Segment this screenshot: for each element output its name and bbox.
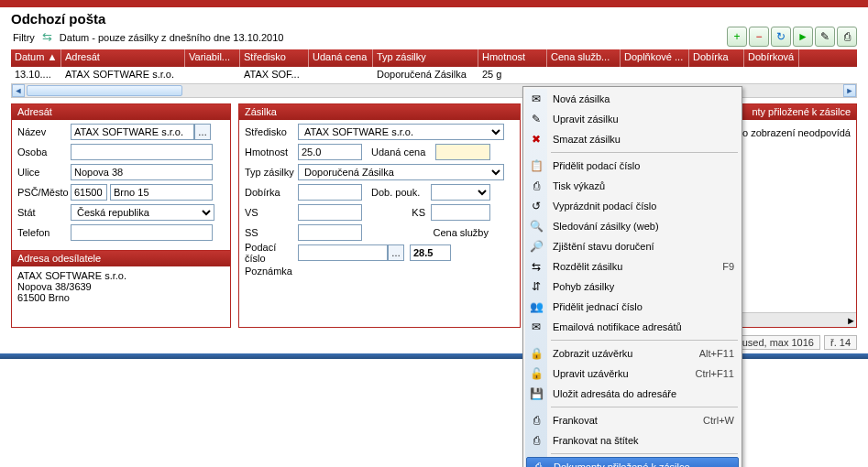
menu-item[interactable]: ✉Nová zásilka xyxy=(525,89,740,109)
scroll-right-icon[interactable]: ► xyxy=(843,84,856,97)
panel-zasilka: Zásilka Středisko ATAX SOFTWARE s.r.o. H… xyxy=(238,103,521,328)
menu-item-icon: ✉ xyxy=(529,320,544,333)
column-header[interactable]: Dobírková xyxy=(744,49,799,67)
menu-item-icon: ↺ xyxy=(529,200,544,212)
podaci2-field[interactable] xyxy=(410,244,451,261)
table-cell xyxy=(185,67,240,83)
scroll-right-icon[interactable]: ► xyxy=(846,315,856,326)
filter-row: Filtry ⇆ Datum - pouze zásilky z dnešníh… xyxy=(0,28,868,49)
filter-icon[interactable]: ⇆ xyxy=(42,30,52,44)
menu-item[interactable]: ⇆Rozdělit zásilkuF9 xyxy=(525,256,740,277)
menu-item-label: Přidělit jednací číslo xyxy=(553,301,734,312)
panel-sender-title: Adresa odesílatele xyxy=(12,251,230,266)
preview-tab-label: nty přiložené k zásilce xyxy=(752,106,851,118)
psc-field[interactable] xyxy=(71,184,107,201)
menu-item-icon: ⇆ xyxy=(529,260,544,273)
menu-item[interactable]: 🔎Zjištění stavu doručení xyxy=(525,236,740,256)
podaci-lookup-button[interactable]: … xyxy=(388,244,404,261)
column-header[interactable]: Datum ▲ xyxy=(11,49,61,67)
toolbar-refresh-button[interactable]: ↻ xyxy=(771,27,791,47)
filter-text: Datum - pouze zásilky z dnešního dne 13.… xyxy=(60,32,284,43)
menu-item[interactable]: ⎙Dokumenty přiložené k zásilce xyxy=(526,457,739,467)
menu-item[interactable]: ⎙Frankovat na štítek xyxy=(525,430,740,451)
menu-item[interactable]: ⎙Tisk výkazů xyxy=(525,176,740,196)
menu-item-icon: ⎙ xyxy=(529,179,544,192)
menu-item[interactable]: 🔍Sledování zásilky (web) xyxy=(525,216,740,236)
menu-item-icon: ⎙ xyxy=(529,414,544,427)
nazev-field[interactable] xyxy=(71,124,194,140)
table-cell: 25 g xyxy=(478,67,547,83)
column-header[interactable]: Středisko xyxy=(240,49,309,67)
udana-label: Udaná cena xyxy=(371,147,435,157)
menu-item-label: Sledování zásilky (web) xyxy=(553,221,734,232)
menu-item[interactable]: 🔓Upravit uzávěrkuCtrl+F11 xyxy=(525,364,740,384)
column-header[interactable]: Doplňkové ... xyxy=(621,49,689,67)
mesto-field[interactable] xyxy=(110,184,213,201)
status-rows: ř. 14 xyxy=(824,335,857,350)
menu-item-icon: ⎙ xyxy=(529,434,544,447)
menu-item-shortcut: Ctrl+F11 xyxy=(696,368,735,379)
ss-field[interactable] xyxy=(298,224,362,241)
podaci-field[interactable] xyxy=(298,244,388,261)
ks-field[interactable] xyxy=(431,204,490,221)
menu-item-icon: 🔓 xyxy=(529,367,544,380)
menu-item-icon: ⎙ xyxy=(531,461,545,467)
filter-label: Filtry xyxy=(13,32,35,43)
column-header[interactable]: Dobírka xyxy=(689,49,744,67)
menu-item[interactable]: ✎Upravit zásilku xyxy=(525,109,740,129)
menu-item-label: Frankovat xyxy=(553,415,703,426)
context-menu[interactable]: ✉Nová zásilka✎Upravit zásilku✖Smazat zás… xyxy=(522,86,742,467)
podaci-label: Podací číslo xyxy=(243,242,298,264)
scroll-thumb[interactable] xyxy=(27,85,182,96)
menu-item[interactable]: 📋Přidělit podací číslo xyxy=(525,156,740,176)
ulice-field[interactable] xyxy=(71,164,213,180)
vs-field[interactable] xyxy=(298,204,362,221)
nazev-label: Název xyxy=(16,126,71,137)
menu-item-icon: 🔒 xyxy=(529,347,544,360)
toolbar-misc2-button[interactable]: ⎙ xyxy=(837,27,857,47)
menu-item-icon: ✎ xyxy=(529,113,544,125)
dobirka-field[interactable] xyxy=(298,184,362,201)
ulice-label: Ulice xyxy=(16,167,71,178)
column-header[interactable]: Udaná cena xyxy=(309,49,373,67)
menu-item[interactable]: 👥Přidělit jednací číslo xyxy=(525,297,740,317)
menu-item[interactable]: 💾Uložit adresáta do adresáře xyxy=(525,384,740,404)
menu-item-shortcut: Ctrl+W xyxy=(703,415,734,426)
menu-item[interactable]: ✖Smazat zásilku xyxy=(525,129,740,149)
menu-item-shortcut: F9 xyxy=(722,261,734,272)
udana-field[interactable] xyxy=(435,144,490,160)
nazev-lookup-button[interactable]: … xyxy=(194,124,211,140)
table-cell xyxy=(621,67,689,83)
column-header[interactable]: Typ zásilky xyxy=(373,49,478,67)
toolbar-add-button[interactable]: + xyxy=(727,27,747,47)
column-header[interactable]: Cena služb... xyxy=(547,49,621,67)
toolbar-misc1-button[interactable]: ✎ xyxy=(815,27,835,47)
menu-item[interactable]: 🔒Zobrazit uzávěrkuAlt+F11 xyxy=(525,343,740,364)
dobirka-label: Dobírka xyxy=(243,187,298,198)
dobpouk-select[interactable] xyxy=(431,184,490,201)
column-header[interactable]: Hmotnost xyxy=(478,49,547,67)
table-row[interactable]: 13.10....ATAX SOFTWARE s.r.o.ATAX SOF...… xyxy=(11,67,857,83)
panel-adresat: Adresát Název … Osoba Ulice PSČ/Město S xyxy=(11,103,231,328)
menu-item[interactable]: ⇵Pohyb zásilky xyxy=(525,277,740,297)
stredisko-select[interactable]: ATAX SOFTWARE s.r.o. xyxy=(298,124,504,140)
menu-item[interactable]: ⎙FrankovatCtrl+W xyxy=(525,410,740,430)
menu-item-icon: ✉ xyxy=(529,92,544,105)
column-header[interactable]: Variabil... xyxy=(185,49,240,67)
typ-select[interactable]: Doporučená Zásilka xyxy=(298,164,504,180)
telefon-field[interactable] xyxy=(71,224,213,241)
table-cell xyxy=(689,67,744,83)
stat-select[interactable]: Česká republika xyxy=(71,204,214,221)
panel-adresat-title: Adresát xyxy=(12,104,230,120)
toolbar-go-button[interactable]: ► xyxy=(793,27,813,47)
toolbar-delete-button[interactable]: − xyxy=(749,27,769,47)
stredisko-label: Středisko xyxy=(243,126,298,137)
menu-item[interactable]: ↺Vyprázdnit podací číslo xyxy=(525,196,740,216)
menu-separator xyxy=(551,407,738,407)
column-header[interactable]: Adresát xyxy=(61,49,185,67)
hmotnost-field[interactable] xyxy=(298,144,362,160)
poznamka-label: Poznámka xyxy=(243,266,298,277)
scroll-left-icon[interactable]: ◄ xyxy=(12,84,25,97)
menu-item[interactable]: ✉Emailová notifikace adresátů xyxy=(525,317,740,337)
osoba-field[interactable] xyxy=(71,144,213,160)
